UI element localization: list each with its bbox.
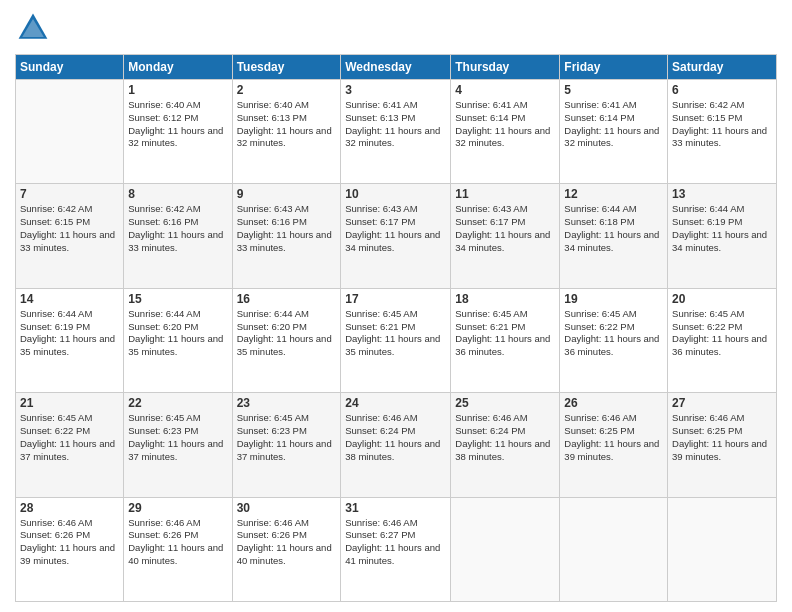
day-number: 17 (345, 292, 446, 306)
day-number: 12 (564, 187, 663, 201)
day-number: 25 (455, 396, 555, 410)
calendar-cell: 2Sunrise: 6:40 AMSunset: 6:13 PMDaylight… (232, 80, 341, 184)
day-info: Sunrise: 6:41 AMSunset: 6:13 PMDaylight:… (345, 99, 446, 150)
day-number: 24 (345, 396, 446, 410)
calendar-cell: 4Sunrise: 6:41 AMSunset: 6:14 PMDaylight… (451, 80, 560, 184)
day-info: Sunrise: 6:43 AMSunset: 6:17 PMDaylight:… (345, 203, 446, 254)
calendar-cell: 21Sunrise: 6:45 AMSunset: 6:22 PMDayligh… (16, 393, 124, 497)
calendar-cell: 19Sunrise: 6:45 AMSunset: 6:22 PMDayligh… (560, 288, 668, 392)
day-info: Sunrise: 6:40 AMSunset: 6:13 PMDaylight:… (237, 99, 337, 150)
day-number: 19 (564, 292, 663, 306)
day-info: Sunrise: 6:44 AMSunset: 6:20 PMDaylight:… (237, 308, 337, 359)
day-header-wednesday: Wednesday (341, 55, 451, 80)
calendar-header-row: SundayMondayTuesdayWednesdayThursdayFrid… (16, 55, 777, 80)
day-number: 21 (20, 396, 119, 410)
day-number: 3 (345, 83, 446, 97)
calendar-cell: 3Sunrise: 6:41 AMSunset: 6:13 PMDaylight… (341, 80, 451, 184)
day-info: Sunrise: 6:40 AMSunset: 6:12 PMDaylight:… (128, 99, 227, 150)
day-number: 18 (455, 292, 555, 306)
day-info: Sunrise: 6:46 AMSunset: 6:26 PMDaylight:… (20, 517, 119, 568)
day-number: 27 (672, 396, 772, 410)
day-number: 11 (455, 187, 555, 201)
day-header-monday: Monday (124, 55, 232, 80)
day-number: 5 (564, 83, 663, 97)
day-number: 9 (237, 187, 337, 201)
day-header-tuesday: Tuesday (232, 55, 341, 80)
calendar-cell: 15Sunrise: 6:44 AMSunset: 6:20 PMDayligh… (124, 288, 232, 392)
calendar-cell (560, 497, 668, 601)
calendar-cell: 12Sunrise: 6:44 AMSunset: 6:18 PMDayligh… (560, 184, 668, 288)
day-number: 22 (128, 396, 227, 410)
calendar-cell: 13Sunrise: 6:44 AMSunset: 6:19 PMDayligh… (668, 184, 777, 288)
day-number: 7 (20, 187, 119, 201)
calendar-cell: 17Sunrise: 6:45 AMSunset: 6:21 PMDayligh… (341, 288, 451, 392)
day-number: 30 (237, 501, 337, 515)
day-number: 6 (672, 83, 772, 97)
day-number: 1 (128, 83, 227, 97)
day-number: 16 (237, 292, 337, 306)
day-info: Sunrise: 6:44 AMSunset: 6:19 PMDaylight:… (672, 203, 772, 254)
day-info: Sunrise: 6:46 AMSunset: 6:25 PMDaylight:… (564, 412, 663, 463)
logo (15, 10, 55, 46)
page: SundayMondayTuesdayWednesdayThursdayFrid… (0, 0, 792, 612)
day-info: Sunrise: 6:45 AMSunset: 6:21 PMDaylight:… (455, 308, 555, 359)
day-number: 10 (345, 187, 446, 201)
calendar-week-row: 28Sunrise: 6:46 AMSunset: 6:26 PMDayligh… (16, 497, 777, 601)
calendar-cell: 20Sunrise: 6:45 AMSunset: 6:22 PMDayligh… (668, 288, 777, 392)
calendar-cell: 28Sunrise: 6:46 AMSunset: 6:26 PMDayligh… (16, 497, 124, 601)
header (15, 10, 777, 46)
day-info: Sunrise: 6:45 AMSunset: 6:23 PMDaylight:… (128, 412, 227, 463)
calendar-cell: 26Sunrise: 6:46 AMSunset: 6:25 PMDayligh… (560, 393, 668, 497)
calendar-week-row: 7Sunrise: 6:42 AMSunset: 6:15 PMDaylight… (16, 184, 777, 288)
day-number: 29 (128, 501, 227, 515)
day-info: Sunrise: 6:45 AMSunset: 6:21 PMDaylight:… (345, 308, 446, 359)
day-number: 2 (237, 83, 337, 97)
calendar-cell: 23Sunrise: 6:45 AMSunset: 6:23 PMDayligh… (232, 393, 341, 497)
day-header-thursday: Thursday (451, 55, 560, 80)
day-number: 4 (455, 83, 555, 97)
calendar-cell: 9Sunrise: 6:43 AMSunset: 6:16 PMDaylight… (232, 184, 341, 288)
calendar-week-row: 1Sunrise: 6:40 AMSunset: 6:12 PMDaylight… (16, 80, 777, 184)
calendar-week-row: 14Sunrise: 6:44 AMSunset: 6:19 PMDayligh… (16, 288, 777, 392)
day-header-friday: Friday (560, 55, 668, 80)
day-number: 8 (128, 187, 227, 201)
calendar-cell: 7Sunrise: 6:42 AMSunset: 6:15 PMDaylight… (16, 184, 124, 288)
calendar-cell: 1Sunrise: 6:40 AMSunset: 6:12 PMDaylight… (124, 80, 232, 184)
calendar-cell (451, 497, 560, 601)
day-number: 28 (20, 501, 119, 515)
calendar-cell: 25Sunrise: 6:46 AMSunset: 6:24 PMDayligh… (451, 393, 560, 497)
day-info: Sunrise: 6:44 AMSunset: 6:20 PMDaylight:… (128, 308, 227, 359)
day-info: Sunrise: 6:42 AMSunset: 6:15 PMDaylight:… (672, 99, 772, 150)
day-info: Sunrise: 6:46 AMSunset: 6:27 PMDaylight:… (345, 517, 446, 568)
day-info: Sunrise: 6:46 AMSunset: 6:24 PMDaylight:… (345, 412, 446, 463)
calendar-cell: 10Sunrise: 6:43 AMSunset: 6:17 PMDayligh… (341, 184, 451, 288)
day-info: Sunrise: 6:43 AMSunset: 6:17 PMDaylight:… (455, 203, 555, 254)
day-info: Sunrise: 6:44 AMSunset: 6:19 PMDaylight:… (20, 308, 119, 359)
day-info: Sunrise: 6:43 AMSunset: 6:16 PMDaylight:… (237, 203, 337, 254)
day-number: 23 (237, 396, 337, 410)
calendar-cell (668, 497, 777, 601)
logo-icon (15, 10, 51, 46)
calendar-cell (16, 80, 124, 184)
day-info: Sunrise: 6:46 AMSunset: 6:24 PMDaylight:… (455, 412, 555, 463)
calendar-week-row: 21Sunrise: 6:45 AMSunset: 6:22 PMDayligh… (16, 393, 777, 497)
day-info: Sunrise: 6:41 AMSunset: 6:14 PMDaylight:… (455, 99, 555, 150)
calendar-cell: 30Sunrise: 6:46 AMSunset: 6:26 PMDayligh… (232, 497, 341, 601)
day-number: 26 (564, 396, 663, 410)
day-number: 20 (672, 292, 772, 306)
day-info: Sunrise: 6:46 AMSunset: 6:26 PMDaylight:… (128, 517, 227, 568)
calendar-cell: 27Sunrise: 6:46 AMSunset: 6:25 PMDayligh… (668, 393, 777, 497)
day-info: Sunrise: 6:45 AMSunset: 6:23 PMDaylight:… (237, 412, 337, 463)
calendar-cell: 16Sunrise: 6:44 AMSunset: 6:20 PMDayligh… (232, 288, 341, 392)
calendar-cell: 11Sunrise: 6:43 AMSunset: 6:17 PMDayligh… (451, 184, 560, 288)
day-number: 31 (345, 501, 446, 515)
calendar-cell: 8Sunrise: 6:42 AMSunset: 6:16 PMDaylight… (124, 184, 232, 288)
day-info: Sunrise: 6:45 AMSunset: 6:22 PMDaylight:… (20, 412, 119, 463)
day-header-sunday: Sunday (16, 55, 124, 80)
day-header-saturday: Saturday (668, 55, 777, 80)
calendar-table: SundayMondayTuesdayWednesdayThursdayFrid… (15, 54, 777, 602)
calendar-cell: 22Sunrise: 6:45 AMSunset: 6:23 PMDayligh… (124, 393, 232, 497)
day-number: 15 (128, 292, 227, 306)
day-info: Sunrise: 6:44 AMSunset: 6:18 PMDaylight:… (564, 203, 663, 254)
calendar-cell: 5Sunrise: 6:41 AMSunset: 6:14 PMDaylight… (560, 80, 668, 184)
